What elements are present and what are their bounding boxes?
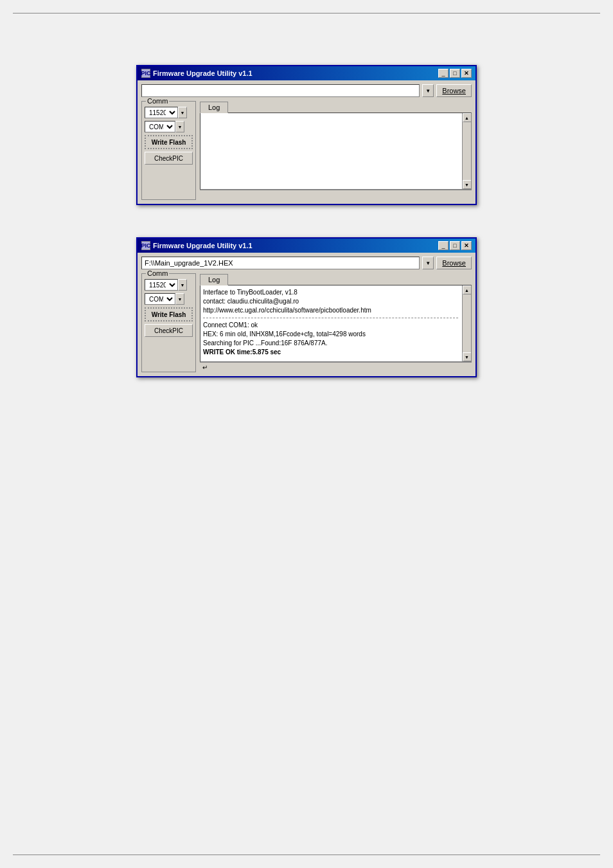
dialog2-log-line2: contact: claudiu.chiculita@ugal.ro	[203, 297, 458, 306]
dialogs-wrapper: PIC Firmware Upgrade Utility v1.1 _ □ ✕ …	[13, 46, 600, 397]
dialog2: PIC Firmware Upgrade Utility v1.1 _ □ ✕ …	[136, 237, 477, 377]
dialog2-scroll-track[interactable]	[463, 294, 471, 352]
dialog2-maximize-button[interactable]: □	[450, 241, 460, 250]
dialog2-baud-arrow[interactable]: ▼	[178, 279, 187, 291]
dialog2-log-panel: Log Interface to TinyBootLoader, v1.8 co…	[200, 273, 472, 372]
dialog2-log-line3: http://www.etc.ugal.ro/cchiculita/softwa…	[203, 306, 458, 315]
dialog2-log-separator	[203, 318, 458, 318]
dialog2-log-tab[interactable]: Log	[200, 274, 228, 285]
dialog1-file-row: ▼ Browse	[141, 84, 472, 97]
dialog2-com-arrow[interactable]: ▼	[175, 293, 184, 305]
dialog2-body: F:\\Main_upgrade_1V2.HEX ▼ Browse Comm 1…	[138, 253, 475, 376]
dialog1-com-row: COM1 ▼	[145, 121, 193, 132]
dialog1-scroll-down[interactable]: ▼	[463, 180, 472, 189]
dialog2-close-button[interactable]: ✕	[461, 241, 472, 250]
bottom-rule	[13, 854, 600, 855]
dialog1-title-icon: PIC	[141, 69, 150, 78]
dialog1-body: ▼ Browse Comm 115200 ▼	[138, 80, 475, 204]
dialog1-scroll-track[interactable]	[463, 122, 471, 180]
dialog2-titlebar[interactable]: PIC Firmware Upgrade Utility v1.1 _ □ ✕	[138, 239, 475, 253]
dialog2-log-line6: Searching for PIC ...Found:16F 876A/877A…	[203, 339, 458, 348]
dialog2-file-input[interactable]: F:\\Main_upgrade_1V2.HEX	[141, 257, 420, 269]
dialog1-com-select[interactable]: COM1	[145, 121, 175, 132]
dialog1-main-area: Comm 115200 ▼ COM1 ▼	[141, 101, 472, 200]
dialog1-log-panel: Log ▲ ▼	[200, 101, 472, 200]
dialog1-maximize-button[interactable]: □	[450, 69, 460, 78]
dialog1-log-tab[interactable]: Log	[200, 102, 228, 113]
dialog2-status-text: ↵	[202, 364, 208, 371]
dialog1-title: Firmware Upgrade Utility v1.1	[153, 69, 253, 77]
dialog2-dropdown-arrow[interactable]: ▼	[422, 257, 434, 269]
dialog2-title: Firmware Upgrade Utility v1.1	[153, 242, 253, 249]
dialog1-titlebar-left: PIC Firmware Upgrade Utility v1.1	[141, 69, 253, 78]
dialog2-scroll-up[interactable]: ▲	[463, 285, 472, 294]
dialog2-comm-label: Comm	[146, 269, 169, 277]
dialog2-checkpic-button[interactable]: CheckPIC	[145, 324, 193, 337]
dialog1-comm-label: Comm	[146, 97, 169, 105]
dialog2-com-select[interactable]: COM1	[145, 293, 175, 305]
dialog1-controls: _ □ ✕	[438, 69, 472, 78]
top-rule	[13, 13, 600, 14]
page-container: PIC Firmware Upgrade Utility v1.1 _ □ ✕ …	[0, 0, 613, 868]
dialog1-baud-arrow[interactable]: ▼	[178, 107, 187, 118]
dialog1-titlebar[interactable]: PIC Firmware Upgrade Utility v1.1 _ □ ✕	[138, 66, 475, 80]
dialog1-checkpic-button[interactable]: CheckPIC	[145, 152, 193, 165]
dialog1-file-input[interactable]	[141, 84, 420, 97]
dialog2-com-row: COM1 ▼	[145, 293, 193, 305]
dialog1-dropdown-arrow[interactable]: ▼	[422, 84, 434, 97]
dialog2-file-row: F:\\Main_upgrade_1V2.HEX ▼ Browse	[141, 257, 472, 269]
dialog1-close-button[interactable]: ✕	[461, 69, 472, 78]
dialog2-log-line1: Interface to TinyBootLoader, v1.8	[203, 288, 458, 297]
dialog2-log-line5: HEX: 6 min old, INHX8M,16Fcode+cfg, tota…	[203, 330, 458, 339]
dialog2-scroll-down[interactable]: ▼	[463, 352, 472, 361]
dialog1-baud-row: 115200 ▼	[145, 107, 193, 118]
dialog2-scrollbar: ▲ ▼	[462, 285, 471, 361]
dialog2-log-content: Interface to TinyBootLoader, v1.8 contac…	[203, 288, 468, 357]
dialog1-browse-button[interactable]: Browse	[436, 84, 472, 97]
dialog2-controls: _ □ ✕	[438, 241, 472, 250]
dialog2-log-line4: Connect COM1: ok	[203, 321, 458, 330]
dialog2-comm-panel: Comm 115200 ▼ COM1 ▼	[141, 273, 196, 372]
dialog2-log-area: Interface to TinyBootLoader, v1.8 contac…	[200, 285, 472, 362]
dialog1-log-area: ▲ ▼	[200, 113, 472, 190]
dialog2-browse-button[interactable]: Browse	[436, 257, 472, 269]
dialog2-title-icon: PIC	[141, 241, 150, 250]
dialog2-main-area: Comm 115200 ▼ COM1 ▼	[141, 273, 472, 372]
dialog1-status-bar	[200, 190, 472, 200]
dialog1: PIC Firmware Upgrade Utility v1.1 _ □ ✕ …	[136, 65, 477, 205]
dialog2-status-bar: ↵	[200, 362, 472, 372]
dialog2-tab-bar: Log	[200, 273, 472, 285]
dialog1-com-arrow[interactable]: ▼	[175, 121, 184, 132]
dialog1-comm-panel: Comm 115200 ▼ COM1 ▼	[141, 101, 196, 200]
dialog2-baud-select[interactable]: 115200	[145, 279, 178, 291]
dialog1-baud-select[interactable]: 115200	[145, 107, 178, 118]
dialog1-minimize-button[interactable]: _	[438, 69, 449, 78]
dialog2-minimize-button[interactable]: _	[438, 241, 449, 250]
dialog2-write-flash-button[interactable]: Write Flash	[145, 307, 193, 321]
dialog1-scroll-up[interactable]: ▲	[463, 113, 472, 122]
dialog1-scrollbar: ▲ ▼	[462, 113, 471, 189]
dialog1-write-flash-button[interactable]: Write Flash	[145, 135, 193, 149]
dialog1-tab-bar: Log	[200, 101, 472, 113]
dialog2-baud-row: 115200 ▼	[145, 279, 193, 291]
dialog2-log-line7: WRITE OK time:5.875 sec	[203, 348, 458, 357]
dialog2-titlebar-left: PIC Firmware Upgrade Utility v1.1	[141, 241, 253, 250]
